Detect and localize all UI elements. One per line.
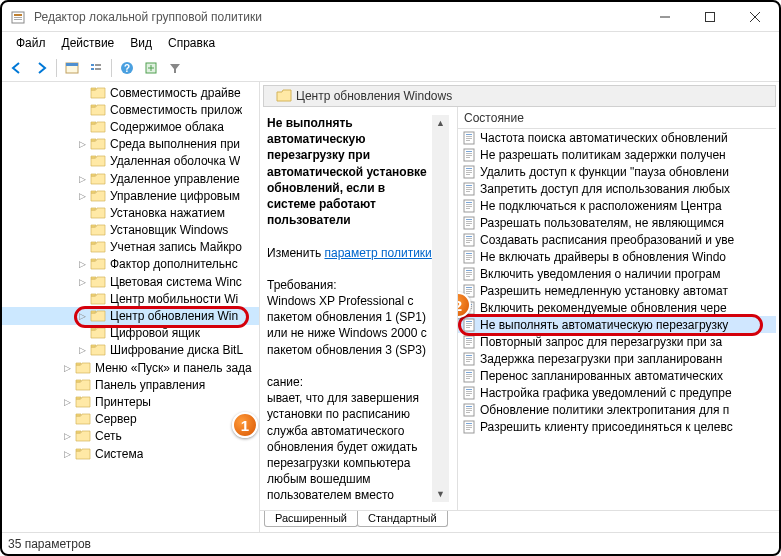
tree-item[interactable]: Панель управления xyxy=(2,376,259,393)
tab-extended[interactable]: Расширенный xyxy=(264,511,358,527)
expander-icon[interactable]: ▷ xyxy=(77,173,88,184)
expander-icon[interactable]: ▷ xyxy=(77,139,88,150)
help-button[interactable]: ? xyxy=(116,57,138,79)
tree-item[interactable]: ▷Меню «Пуск» и панель зада xyxy=(2,359,259,376)
policy-item[interactable]: Обновление политики электропитания для п xyxy=(458,401,776,418)
expander-icon[interactable]: ▷ xyxy=(77,190,88,201)
policy-item[interactable]: Перенос запланированных автоматических xyxy=(458,367,776,384)
menu-view[interactable]: Вид xyxy=(122,34,160,52)
expander-icon[interactable]: ▷ xyxy=(77,276,88,287)
window-title: Редактор локальной групповой политики xyxy=(34,10,642,24)
menu-action[interactable]: Действие xyxy=(54,34,123,52)
tree-item[interactable]: Цифровой ящик xyxy=(2,325,259,342)
expander-icon[interactable]: ▷ xyxy=(77,345,88,356)
tree-item[interactable]: ▷Шифрование диска BitL xyxy=(2,342,259,359)
tree-label: Система xyxy=(95,447,143,461)
menu-help[interactable]: Справка xyxy=(160,34,223,52)
svg-rect-59 xyxy=(466,272,472,273)
tree-item[interactable]: ▷Система xyxy=(2,445,259,462)
svg-rect-80 xyxy=(466,342,472,343)
policy-item[interactable]: Удалить доступ к функции "пауза обновлен… xyxy=(458,163,776,180)
tree-item[interactable]: Учетная запись Майкро xyxy=(2,239,259,256)
export-button[interactable] xyxy=(140,57,162,79)
description-label: сание: xyxy=(267,374,432,390)
svg-rect-94 xyxy=(466,391,472,392)
svg-rect-86 xyxy=(466,361,470,362)
policy-item[interactable]: Задержка перезагрузки при запланированн xyxy=(458,350,776,367)
tree-item[interactable]: ▷Управление цифровым xyxy=(2,187,259,204)
edit-link[interactable]: параметр политики xyxy=(324,246,431,260)
policy-item[interactable]: Запретить доступ для использования любых xyxy=(458,180,776,197)
svg-rect-25 xyxy=(466,155,472,156)
tree-label: Установка нажатием xyxy=(110,206,225,220)
expander-icon[interactable]: ▷ xyxy=(77,311,88,322)
policy-label: Не подключаться к расположениям Центра xyxy=(480,199,722,213)
policy-item[interactable]: Включить рекомендуемые обновления чере xyxy=(458,299,776,316)
svg-rect-88 xyxy=(466,372,472,373)
tree-item[interactable]: Содержимое облака xyxy=(2,118,259,135)
expander-icon[interactable]: ▷ xyxy=(62,362,73,373)
tree-item[interactable]: ▷Удаленное управление xyxy=(2,170,259,187)
tree-item[interactable]: Совместимость прилож xyxy=(2,101,259,118)
tree-label: Шифрование диска BitL xyxy=(110,343,243,357)
tab-standard[interactable]: Стандартный xyxy=(357,511,448,527)
svg-rect-9 xyxy=(66,63,78,66)
policy-item[interactable]: Частота поиска автоматических обновлений xyxy=(458,129,776,146)
svg-rect-11 xyxy=(95,64,101,66)
forward-button[interactable] xyxy=(30,57,52,79)
policy-item[interactable]: Создавать расписания преобразований и ув… xyxy=(458,231,776,248)
list-col-header[interactable]: Состояние xyxy=(458,107,776,129)
policy-item[interactable]: Не выполнять автоматическую перезагрузку xyxy=(458,316,776,333)
policy-item[interactable]: Разрешить немедленную установку автомат xyxy=(458,282,776,299)
tree-label: Меню «Пуск» и панель зада xyxy=(95,361,252,375)
tree-item[interactable]: Удаленная оболочка W xyxy=(2,153,259,170)
requirements-text: Windows XP Professional с пакетом обновл… xyxy=(267,293,432,358)
tree-item[interactable]: Установка нажатием xyxy=(2,204,259,221)
policy-item[interactable]: Настройка графика уведомлений с предупре xyxy=(458,384,776,401)
policy-list: Состояние Частота поиска автоматических … xyxy=(458,107,776,510)
maximize-button[interactable] xyxy=(687,2,732,32)
list-button[interactable] xyxy=(85,57,107,79)
tree-item[interactable]: ▷Среда выполнения при xyxy=(2,136,259,153)
svg-rect-63 xyxy=(466,287,472,288)
tree-item[interactable]: ▷Фактор дополнительнс xyxy=(2,256,259,273)
close-button[interactable] xyxy=(732,2,777,32)
tree-item[interactable]: Сервер xyxy=(2,411,259,428)
policy-item[interactable]: Разрешать пользователям, не являющимся xyxy=(458,214,776,231)
tree-item[interactable]: ▷Цветовая система Winc xyxy=(2,273,259,290)
menu-file[interactable]: Файл xyxy=(8,34,54,52)
expander-icon[interactable]: ▷ xyxy=(62,448,73,459)
svg-rect-24 xyxy=(466,153,472,154)
svg-rect-96 xyxy=(466,395,470,396)
expander-icon[interactable]: ▷ xyxy=(77,259,88,270)
expander-icon xyxy=(62,379,73,390)
filter-button[interactable] xyxy=(164,57,186,79)
tree-item[interactable]: ▷Сеть xyxy=(2,428,259,445)
svg-rect-2 xyxy=(14,17,22,18)
minimize-button[interactable] xyxy=(642,2,687,32)
tree-item[interactable]: Центр мобильности Wi xyxy=(2,290,259,307)
tree-item[interactable]: Совместимость драйве xyxy=(2,84,259,101)
policy-item[interactable]: Разрешить клиенту присоединяться к целев… xyxy=(458,418,776,435)
folder-icon xyxy=(75,395,91,409)
svg-rect-104 xyxy=(466,425,472,426)
desc-scrollbar[interactable]: ▲ ▼ xyxy=(432,115,449,502)
policy-item[interactable]: Не подключаться к расположениям Центра xyxy=(458,197,776,214)
properties-button[interactable] xyxy=(61,57,83,79)
svg-rect-93 xyxy=(466,389,472,390)
callout-1: 1 xyxy=(232,412,258,438)
expander-icon[interactable]: ▷ xyxy=(62,396,73,407)
expander-icon[interactable]: ▷ xyxy=(62,431,73,442)
tree-item[interactable]: Установщик Windows xyxy=(2,222,259,239)
back-button[interactable] xyxy=(6,57,28,79)
tree-item[interactable]: ▷Центр обновления Win xyxy=(2,307,259,324)
folder-icon xyxy=(75,447,91,461)
titlebar: Редактор локальной групповой политики xyxy=(2,2,779,32)
tree-item[interactable]: ▷Принтеры xyxy=(2,393,259,410)
policy-item[interactable]: Включить уведомления о наличии програм xyxy=(458,265,776,282)
svg-rect-73 xyxy=(466,321,472,322)
policy-item[interactable]: Повторный запрос для перезагрузки при за xyxy=(458,333,776,350)
svg-rect-58 xyxy=(466,270,472,271)
policy-item[interactable]: Не включать драйверы в обновления Windo xyxy=(458,248,776,265)
policy-item[interactable]: Не разрешать политикам задержки получен xyxy=(458,146,776,163)
